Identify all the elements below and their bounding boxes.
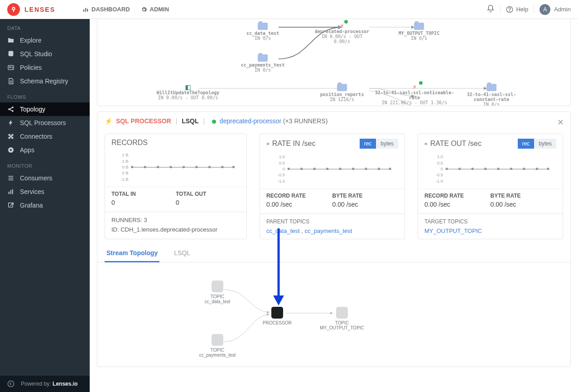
svg-rect-2 xyxy=(85,8,86,11)
svg-text:-0.5: -0.5 xyxy=(436,172,443,177)
svg-rect-16 xyxy=(12,189,13,194)
brand-text: LENSES xyxy=(24,6,55,13)
in-icon: » xyxy=(266,140,270,147)
toggle-bytes[interactable]: bytes xyxy=(376,139,398,149)
rate-in-card: » RATE IN /sec rec bytes 1.0 0.5 0 -0.5 xyxy=(260,134,405,239)
id-card-icon xyxy=(7,64,14,71)
puzzle-icon xyxy=(7,133,14,140)
node-noticeable-rate[interactable]: ⚡ 32-to-41-sasl-ssl-noticeable-rate IN 2… xyxy=(374,84,455,105)
svg-point-18 xyxy=(8,381,14,387)
node-position-reports[interactable]: position_reports IN 1216/s xyxy=(313,84,371,102)
topology-graph[interactable]: cc_data_test IN 0/s cc_payments_test IN … xyxy=(97,19,571,106)
annotation-arrow xyxy=(270,228,288,308)
status-indicator xyxy=(212,120,216,124)
svg-point-8 xyxy=(10,67,11,68)
svg-rect-46 xyxy=(365,168,367,170)
svg-rect-33 xyxy=(232,166,235,168)
svg-rect-42 xyxy=(313,168,316,170)
bolt-icon xyxy=(7,119,14,126)
sidebar-item-grafana[interactable]: Grafana xyxy=(0,198,90,212)
node-will-update[interactable]: ◧ WillItUpdateTheTopology IN 0.00/s - OU… xyxy=(147,84,229,100)
runners-count: RUNNERS: 3 xyxy=(111,217,240,223)
parent-topic-link-2[interactable]: cc_payments_test xyxy=(305,227,352,234)
sidebar-item-connectors[interactable]: Connectors xyxy=(0,130,90,143)
rate-in-toggle[interactable]: rec bytes xyxy=(360,139,398,149)
svg-point-0 xyxy=(12,7,14,10)
sidebar-item-topology[interactable]: Topology xyxy=(0,102,90,116)
rate-in-title: RATE IN /sec xyxy=(272,140,316,148)
stream-node-processor[interactable]: PROCESSOR xyxy=(250,307,304,325)
svg-rect-56 xyxy=(458,168,461,170)
records-card: RECORDS 1 B 1 B 0 B 0 B -1 B xyxy=(105,134,247,239)
svg-text:0.5: 0.5 xyxy=(437,160,443,165)
stream-node-cc-payments[interactable]: TOPIC cc_payments_test xyxy=(190,334,245,358)
toggle-rec[interactable]: rec xyxy=(360,139,376,149)
sidebar-item-policies[interactable]: Policies xyxy=(0,61,90,74)
target-topic-link-1[interactable]: MY_OUTPUT_TOPIC xyxy=(424,227,482,234)
sidebar-item-services[interactable]: Services xyxy=(0,185,90,198)
svg-text:1.0: 1.0 xyxy=(279,154,285,159)
stream-topology-graph[interactable]: TOPIC cc_data_test TOPIC cc_payments_tes… xyxy=(97,262,570,367)
svg-rect-25 xyxy=(131,166,133,168)
svg-rect-44 xyxy=(339,168,342,170)
stream-node-cc-data[interactable]: TOPIC cc_data_test xyxy=(190,281,245,304)
records-chart: 1 B 1 B 0 B 0 B -1 B xyxy=(105,151,246,187)
tab-stream-topology[interactable]: Stream Topology xyxy=(105,246,159,262)
help-link[interactable]: Help xyxy=(506,6,528,13)
notifications-icon[interactable] xyxy=(486,5,495,14)
sidebar-item-apps[interactable]: Apps xyxy=(0,143,90,157)
svg-rect-1 xyxy=(83,10,84,12)
rate-in-chart: 1.0 0.5 0 -0.5 -1.0 xyxy=(260,153,405,189)
detail-runners: (×3 RUNNERS) xyxy=(283,117,328,125)
detail-processor-link[interactable]: deprecated-processor xyxy=(220,117,281,125)
svg-point-5 xyxy=(510,10,510,11)
node-constant-rate[interactable]: 32-to-41-sasl-ssl-constant-rate IN 8/s xyxy=(455,84,528,106)
svg-rect-40 xyxy=(288,168,290,170)
svg-rect-55 xyxy=(446,168,448,170)
stream-node-output[interactable]: TOPIC MY_OUTPUT_TOPIC xyxy=(315,307,369,330)
svg-text:0 B: 0 B xyxy=(122,170,128,175)
svg-rect-57 xyxy=(472,168,474,170)
collapse-icon[interactable] xyxy=(7,380,14,387)
node-deprecated-processor[interactable]: ⚡ deprecated-processor IN 0.00/s - OUT 0… xyxy=(313,23,371,44)
powered-by-link[interactable]: Lenses.io xyxy=(53,381,77,387)
node-cc-data-test[interactable]: cc_data_test IN 0/s xyxy=(233,23,292,41)
detail-type: SQL PROCESSOR xyxy=(116,117,171,125)
nav-admin[interactable]: ADMIN xyxy=(141,6,169,13)
svg-rect-30 xyxy=(196,166,198,168)
database-icon xyxy=(7,50,14,58)
svg-rect-14 xyxy=(9,192,10,194)
tab-lsql[interactable]: LSQL xyxy=(172,246,192,262)
sidebar-item-sql-processors[interactable]: SQL Processors xyxy=(0,116,90,130)
rate-out-chart: 1.0 0.5 0 -0.5 -1.0 xyxy=(418,153,563,189)
svg-text:0.5: 0.5 xyxy=(279,160,285,165)
app-icon xyxy=(7,146,14,154)
node-cc-payments-test[interactable]: cc_payments_test IN 0/s xyxy=(233,54,292,73)
folder-icon xyxy=(7,37,14,44)
close-icon[interactable]: ✕ xyxy=(557,117,564,127)
sidebar-item-sql-studio[interactable]: SQL Studio xyxy=(0,47,90,61)
node-my-output-topic[interactable]: MY_OUTPUT_TOPIC IN 0/s xyxy=(390,23,448,41)
user-menu[interactable]: A Admin xyxy=(539,4,571,15)
brand-logo[interactable]: LENSES xyxy=(7,3,55,16)
processor-detail-panel: ⚡ SQL PROCESSOR | LSQL | deprecated-proc… xyxy=(97,111,571,367)
svg-rect-32 xyxy=(222,166,224,168)
sidebar-section-monitor: MONITOR xyxy=(0,157,90,171)
share-icon xyxy=(7,106,14,113)
sidebar-item-consumers[interactable]: Consumers xyxy=(0,171,90,185)
svg-rect-45 xyxy=(352,168,354,170)
svg-rect-63 xyxy=(547,168,549,170)
rate-out-card: « RATE OUT /sec rec bytes 1.0 0.5 0 -0.5 xyxy=(418,134,563,239)
detail-lang: LSQL xyxy=(182,117,198,125)
help-icon xyxy=(506,6,513,13)
svg-text:-1.0: -1.0 xyxy=(436,179,443,184)
nav-dashboard[interactable]: DASHBOARD xyxy=(82,6,130,13)
sidebar-item-explore[interactable]: Explore xyxy=(0,34,90,47)
rate-out-toggle[interactable]: rec bytes xyxy=(518,139,556,149)
toggle-rec[interactable]: rec xyxy=(518,139,535,149)
toggle-bytes[interactable]: bytes xyxy=(534,139,556,149)
svg-rect-26 xyxy=(144,166,146,168)
sidebar: DATA Explore SQL Studio Policies Schema … xyxy=(0,19,90,392)
svg-rect-15 xyxy=(10,190,11,194)
sidebar-item-schema-registry[interactable]: Schema Registry xyxy=(0,74,90,88)
